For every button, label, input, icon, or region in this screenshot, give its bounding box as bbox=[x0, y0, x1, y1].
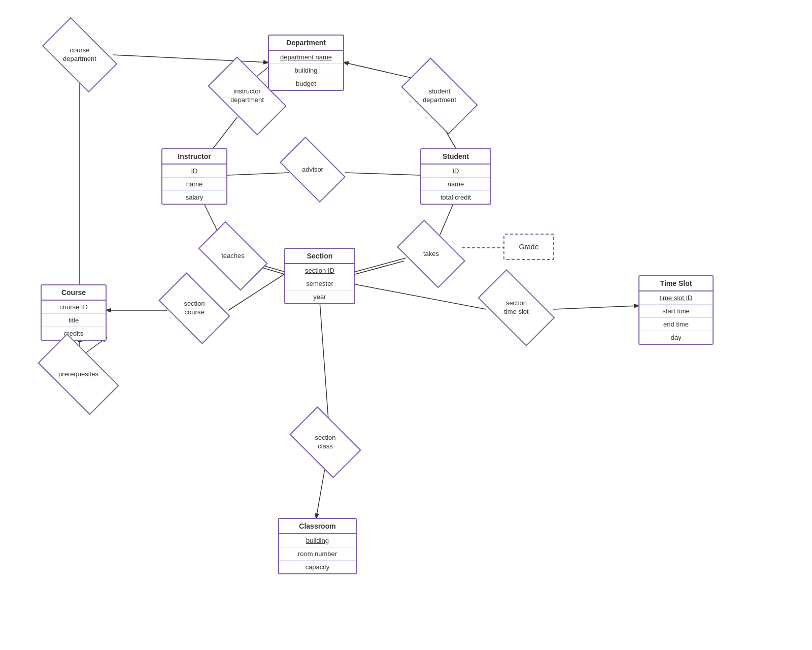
entity-course-attr-1: title bbox=[42, 314, 106, 327]
entity-timeslot-attr-1: start time bbox=[639, 305, 713, 318]
diamond-advisor: advisor bbox=[284, 151, 341, 188]
diamond-section-timeslot: sectiontime slot bbox=[482, 287, 551, 328]
diamond-section-course: sectioncourse bbox=[163, 288, 225, 328]
entity-student: Student ID name total credit bbox=[420, 148, 491, 205]
entity-section-attr-0: section ID bbox=[285, 264, 354, 277]
svg-line-19 bbox=[320, 301, 329, 427]
svg-line-7 bbox=[345, 173, 420, 175]
entity-timeslot: Time Slot time slot ID start time end ti… bbox=[638, 275, 714, 345]
entity-student-attr-0: ID bbox=[421, 165, 490, 178]
entity-timeslot-attr-0: time slot ID bbox=[639, 291, 713, 305]
entity-instructor: Instructor ID name salary bbox=[161, 148, 227, 205]
svg-line-13 bbox=[353, 261, 404, 275]
entity-timeslot-attr-2: end time bbox=[639, 318, 713, 331]
diamond-instructor-department: instructordepartment bbox=[212, 75, 282, 117]
entity-section: Section section ID semester year bbox=[284, 248, 355, 304]
diamond-prerequesites: prerequesites bbox=[42, 353, 115, 395]
entity-section-title: Section bbox=[285, 249, 354, 264]
diamond-section-class: sectionclass bbox=[294, 422, 356, 462]
svg-line-0 bbox=[113, 55, 268, 62]
entity-grade: Grade bbox=[503, 234, 554, 260]
entity-classroom: Classroom building room number capacity bbox=[278, 518, 357, 574]
svg-line-6 bbox=[227, 173, 289, 175]
entity-student-title: Student bbox=[421, 149, 490, 165]
entity-department-title: Department bbox=[269, 36, 343, 51]
svg-line-12 bbox=[355, 258, 406, 272]
entity-student-attr-2: total credit bbox=[421, 191, 490, 204]
entity-course-title: Course bbox=[42, 285, 106, 301]
entity-course: Course course ID title credits bbox=[41, 284, 107, 341]
entity-instructor-attr-1: name bbox=[162, 178, 226, 191]
entity-timeslot-title: Time Slot bbox=[639, 276, 713, 291]
entity-section-attr-1: semester bbox=[285, 277, 354, 290]
entity-classroom-attr-2: capacity bbox=[279, 561, 356, 573]
entity-instructor-attr-0: ID bbox=[162, 165, 226, 178]
entity-timeslot-attr-3: day bbox=[639, 331, 713, 344]
entity-course-attr-0: course ID bbox=[42, 301, 106, 314]
svg-line-21 bbox=[355, 284, 486, 309]
diamond-course-department: coursedepartment bbox=[47, 35, 113, 75]
entity-student-attr-1: name bbox=[421, 178, 490, 191]
entity-section-attr-2: year bbox=[285, 290, 354, 303]
entity-classroom-attr-1: room number bbox=[279, 547, 356, 561]
diamond-teaches: teaches bbox=[203, 237, 263, 275]
svg-line-22 bbox=[553, 306, 638, 309]
entity-department-attr-0: department name bbox=[269, 51, 343, 64]
entity-classroom-attr-0: building bbox=[279, 534, 356, 547]
entity-instructor-title: Instructor bbox=[162, 149, 226, 165]
entity-classroom-title: Classroom bbox=[279, 519, 356, 534]
er-diagram: Department department name building budg… bbox=[0, 0, 812, 650]
diamond-takes: takes bbox=[402, 235, 460, 273]
entity-instructor-attr-2: salary bbox=[162, 191, 226, 204]
svg-line-4 bbox=[213, 117, 238, 148]
diamond-student-department: studentdepartment bbox=[406, 75, 473, 117]
entity-course-attr-2: credits bbox=[42, 327, 106, 340]
